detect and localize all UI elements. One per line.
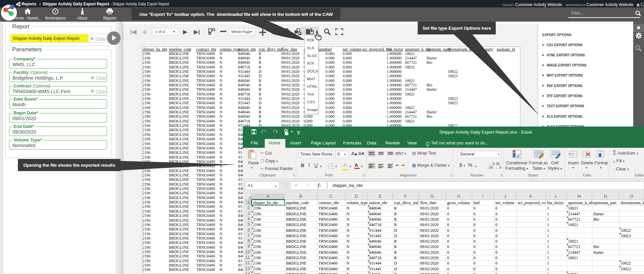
svg-text:≠: ≠ xyxy=(517,154,520,159)
